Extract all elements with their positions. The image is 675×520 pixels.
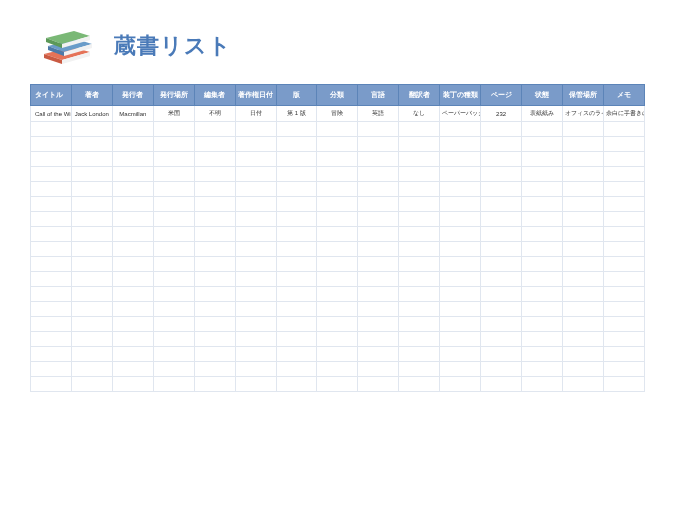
table-cell: なし	[399, 106, 440, 122]
table-cell	[522, 317, 563, 332]
table-cell	[235, 167, 276, 182]
table-cell	[481, 167, 522, 182]
table-cell	[399, 287, 440, 302]
table-cell: 米国	[153, 106, 194, 122]
table-cell	[153, 317, 194, 332]
table-cell	[562, 182, 603, 197]
book-table: タイトル著者発行者発行場所編集者著作権日付版分類言語翻訳者装丁の種類ページ状態保…	[30, 84, 645, 392]
table-cell	[358, 167, 399, 182]
col-header: 状態	[522, 85, 563, 106]
table-cell	[31, 212, 72, 227]
table-cell	[276, 242, 317, 257]
table-cell	[153, 362, 194, 377]
table-cell	[71, 137, 112, 152]
page-header: 蔵書リスト	[0, 0, 675, 84]
table-cell	[112, 167, 153, 182]
table-cell	[276, 287, 317, 302]
table-cell	[358, 332, 399, 347]
table-cell	[481, 197, 522, 212]
books-icon	[40, 24, 96, 68]
table-cell	[112, 227, 153, 242]
table-cell	[399, 377, 440, 392]
table-cell	[440, 347, 481, 362]
table-cell	[235, 137, 276, 152]
col-header: 分類	[317, 85, 358, 106]
table-cell	[235, 257, 276, 272]
table-cell	[603, 212, 644, 227]
table-cell	[562, 257, 603, 272]
table-cell	[194, 332, 235, 347]
table-cell	[399, 257, 440, 272]
table-cell	[358, 197, 399, 212]
col-header: ページ	[481, 85, 522, 106]
table-cell	[31, 152, 72, 167]
table-cell	[153, 197, 194, 212]
table-cell	[562, 197, 603, 212]
table-cell	[522, 242, 563, 257]
table-cell	[317, 347, 358, 362]
table-cell	[31, 137, 72, 152]
table-cell	[603, 182, 644, 197]
table-cell	[481, 137, 522, 152]
table-cell	[603, 257, 644, 272]
table-cell	[112, 287, 153, 302]
table-cell	[153, 287, 194, 302]
table-cell: Jack London	[71, 106, 112, 122]
table-row	[31, 377, 645, 392]
table-row	[31, 122, 645, 137]
table-cell	[276, 362, 317, 377]
table-cell	[358, 317, 399, 332]
table-cell	[399, 302, 440, 317]
table-cell	[522, 332, 563, 347]
table-cell: ペーパーバック	[440, 106, 481, 122]
table-cell	[522, 212, 563, 227]
table-cell	[522, 362, 563, 377]
table-cell	[276, 212, 317, 227]
table-cell	[358, 302, 399, 317]
table-cell	[235, 122, 276, 137]
table-cell: 232	[481, 106, 522, 122]
table-cell	[562, 137, 603, 152]
table-cell	[399, 362, 440, 377]
table-cell	[235, 362, 276, 377]
table-cell	[276, 257, 317, 272]
table-cell	[235, 347, 276, 362]
table-cell	[399, 242, 440, 257]
table-cell	[562, 167, 603, 182]
col-header: 装丁の種類	[440, 85, 481, 106]
table-cell: 第 1 版	[276, 106, 317, 122]
col-header: 編集者	[194, 85, 235, 106]
table-cell	[317, 152, 358, 167]
table-cell	[522, 137, 563, 152]
table-cell	[153, 182, 194, 197]
table-cell	[194, 272, 235, 287]
table-cell	[112, 272, 153, 287]
col-header: タイトル	[31, 85, 72, 106]
table-cell	[358, 362, 399, 377]
table-cell	[603, 347, 644, 362]
table-cell	[194, 182, 235, 197]
table-cell	[235, 182, 276, 197]
table-cell	[235, 197, 276, 212]
table-cell	[31, 122, 72, 137]
table-cell	[276, 197, 317, 212]
table-cell	[399, 122, 440, 137]
table-cell	[603, 152, 644, 167]
table-cell	[31, 227, 72, 242]
table-cell	[112, 152, 153, 167]
table-cell	[522, 347, 563, 362]
table-row	[31, 332, 645, 347]
table-row	[31, 347, 645, 362]
table-cell	[31, 182, 72, 197]
table-cell	[358, 377, 399, 392]
table-cell	[399, 317, 440, 332]
table-cell	[112, 362, 153, 377]
table-cell: 冒険	[317, 106, 358, 122]
table-cell	[358, 272, 399, 287]
table-row	[31, 137, 645, 152]
table-cell	[481, 347, 522, 362]
book-table-container: タイトル著者発行者発行場所編集者著作権日付版分類言語翻訳者装丁の種類ページ状態保…	[0, 84, 675, 392]
table-cell	[317, 197, 358, 212]
table-cell	[440, 182, 481, 197]
table-cell	[71, 287, 112, 302]
